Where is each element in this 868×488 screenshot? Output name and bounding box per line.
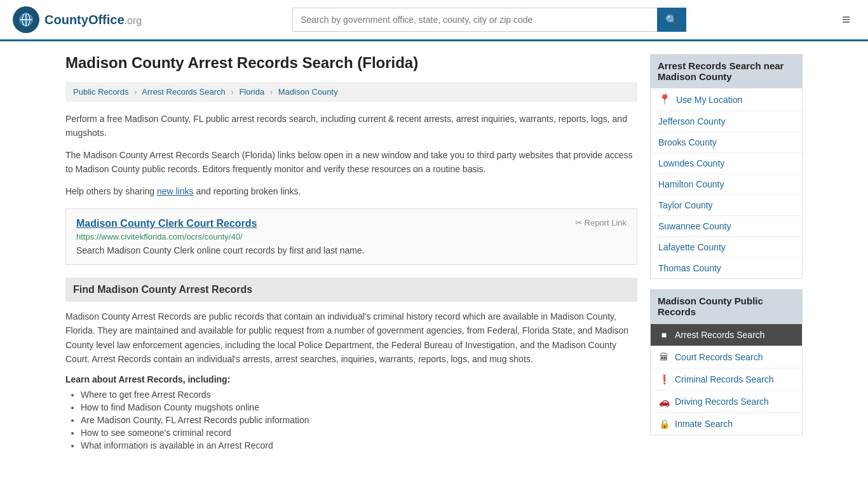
criminal-records-link[interactable]: Criminal Records Search — [675, 374, 774, 384]
desc-para-3: Help others by sharing new links and rep… — [65, 184, 637, 198]
inmate-icon: 🔒 — [658, 419, 670, 429]
driving-icon: 🚗 — [658, 396, 670, 407]
public-records-list: ■ Arrest Records Search 🏛 Court Records … — [650, 323, 803, 435]
content-area: Madison County Arrest Records Search (Fl… — [65, 54, 637, 453]
search-icon: 🔍 — [665, 15, 678, 25]
thomas-county-link[interactable]: Thomas County — [658, 263, 721, 273]
sidebar-county-lafayette[interactable]: Lafayette County — [651, 237, 802, 258]
court-icon: 🏛 — [658, 352, 670, 362]
desc-para-2: The Madison County Arrest Records Search… — [65, 148, 637, 177]
pr-item-arrest[interactable]: ■ Arrest Records Search — [651, 324, 802, 346]
suwannee-county-link[interactable]: Suwannee County — [658, 221, 731, 231]
learn-heading: Learn about Arrest Records, including: — [65, 374, 637, 384]
brooks-county-link[interactable]: Brooks County — [658, 137, 717, 147]
location-icon: 📍 — [658, 93, 671, 105]
search-button[interactable]: 🔍 — [657, 8, 686, 32]
record-card-title: Madison County Clerk Court Records — [76, 218, 257, 229]
breadcrumb-sep-1: › — [134, 87, 137, 97]
desc-para-3-pre: Help others by sharing — [65, 186, 157, 196]
inmate-search-link[interactable]: Inmate Search — [675, 419, 733, 429]
desc-para-1: Perform a free Madison County, FL public… — [65, 112, 637, 140]
report-icon: ✂ — [575, 218, 582, 227]
report-link-button[interactable]: ✂ Report Link — [575, 218, 627, 227]
sidebar-county-suwannee[interactable]: Suwannee County — [651, 216, 802, 237]
sidebar-county-brooks[interactable]: Brooks County — [651, 132, 802, 153]
find-section-body: Madison County Arrest Records are public… — [65, 309, 637, 367]
breadcrumb-arrest-records[interactable]: Arrest Records Search — [142, 87, 226, 97]
learn-item-5: What information is available in an Arre… — [81, 440, 637, 451]
driving-records-link[interactable]: Driving Records Search — [675, 396, 769, 407]
header: CountyOffice.org 🔍 ≡ — [0, 0, 868, 41]
pr-item-inmate[interactable]: 🔒 Inmate Search — [651, 413, 802, 435]
sidebar-county-hamilton[interactable]: Hamilton County — [651, 174, 802, 195]
breadcrumb-florida[interactable]: Florida — [239, 87, 264, 97]
search-area: 🔍 — [292, 8, 686, 32]
arrest-icon: ■ — [658, 330, 670, 340]
report-label: Report Link — [585, 218, 627, 227]
arrest-records-link[interactable]: Arrest Records Search — [675, 330, 765, 340]
page-title: Madison County Arrest Records Search (Fl… — [65, 54, 637, 72]
learn-item-3: Are Madison County, FL Arrest Records pu… — [81, 415, 637, 425]
record-url[interactable]: https://www.civitekflorida.com/ocrs/coun… — [76, 232, 627, 241]
lowndes-county-link[interactable]: Lowndes County — [658, 158, 724, 168]
pr-item-court[interactable]: 🏛 Court Records Search — [651, 346, 802, 369]
jefferson-county-link[interactable]: Jefferson County — [658, 116, 726, 126]
sidebar-county-taylor[interactable]: Taylor County — [651, 195, 802, 216]
sidebar: Arrest Records Search near Madison Count… — [650, 54, 803, 453]
sidebar-county-thomas[interactable]: Thomas County — [651, 258, 802, 278]
sidebar-county-jefferson[interactable]: Jefferson County — [651, 111, 802, 132]
record-description: Search Madison County Clerk online court… — [76, 245, 627, 255]
use-my-location-link[interactable]: Use My Location — [676, 95, 742, 105]
logo-area[interactable]: CountyOffice.org — [13, 6, 142, 33]
record-card: Madison County Clerk Court Records ✂ Rep… — [65, 208, 637, 265]
find-section-header: Find Madison County Arrest Records — [65, 278, 637, 302]
use-my-location-item[interactable]: 📍 Use My Location — [651, 88, 802, 111]
nearby-section-header: Arrest Records Search near Madison Count… — [650, 54, 803, 88]
learn-item-2: How to find Madison County mugshots onli… — [81, 402, 637, 412]
logo-text: CountyOffice.org — [44, 13, 142, 27]
breadcrumb-sep-3: › — [270, 87, 273, 97]
court-records-link[interactable]: Court Records Search — [675, 352, 763, 362]
breadcrumb-madison-county[interactable]: Madison County — [278, 87, 338, 97]
pr-item-driving[interactable]: 🚗 Driving Records Search — [651, 391, 802, 413]
nearby-county-list: 📍 Use My Location Jefferson County Brook… — [650, 88, 803, 279]
menu-button[interactable]: ≡ — [837, 9, 855, 30]
breadcrumb-public-records[interactable]: Public Records — [73, 87, 128, 97]
hamilton-county-link[interactable]: Hamilton County — [658, 179, 724, 189]
taylor-county-link[interactable]: Taylor County — [658, 200, 713, 210]
breadcrumb: Public Records › Arrest Records Search ›… — [65, 82, 637, 102]
new-links-link[interactable]: new links — [157, 186, 194, 196]
breadcrumb-sep-2: › — [231, 87, 233, 97]
hamburger-icon: ≡ — [842, 11, 850, 27]
search-input[interactable] — [292, 8, 657, 32]
learn-item-4: How to see someone's criminal record — [81, 428, 637, 438]
learn-list: Where to get free Arrest Records How to … — [65, 390, 637, 451]
main-container: Madison County Arrest Records Search (Fl… — [53, 41, 815, 466]
logo-icon — [13, 6, 39, 33]
sidebar-county-lowndes[interactable]: Lowndes County — [651, 153, 802, 174]
desc-para-3-post: and reporting broken links. — [194, 186, 301, 196]
pr-item-criminal[interactable]: ❗ Criminal Records Search — [651, 369, 802, 391]
learn-item-1: Where to get free Arrest Records — [81, 390, 637, 400]
lafayette-county-link[interactable]: Lafayette County — [658, 242, 726, 252]
record-title-link[interactable]: Madison County Clerk Court Records — [76, 218, 257, 229]
record-card-header: Madison County Clerk Court Records ✂ Rep… — [76, 218, 627, 229]
criminal-icon: ❗ — [658, 374, 670, 384]
public-records-section-header: Madison County Public Records — [650, 289, 803, 323]
